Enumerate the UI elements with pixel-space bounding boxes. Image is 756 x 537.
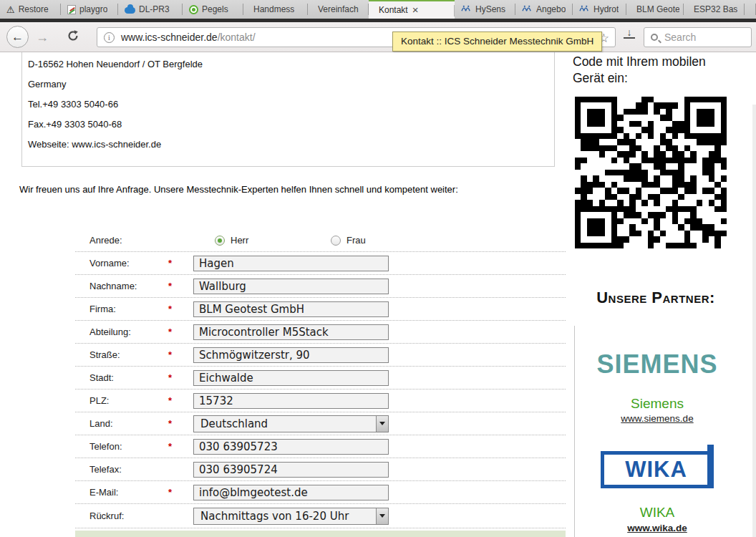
vertical-scrollbar[interactable] <box>752 105 756 537</box>
contact-address: D-16562 Hohen Neuendorf / OT Bergfelde <box>28 54 554 74</box>
tab-handmess[interactable]: Handmess <box>243 0 308 19</box>
form-footer-bar <box>75 531 566 537</box>
form-row-telefon: Telefon: * <box>75 435 566 458</box>
field-label: Telefax: <box>75 464 168 475</box>
tab-hydrot[interactable]: Hydrot <box>573 0 626 19</box>
radio-frau-label: Frau <box>346 235 366 246</box>
ics-logo-icon <box>461 3 472 16</box>
email-field[interactable] <box>193 485 389 500</box>
radio-herr-group[interactable]: Herr <box>215 235 248 246</box>
field-label: PLZ: <box>75 395 168 406</box>
field-label: Anrede: <box>75 235 168 246</box>
tab-vereinfach[interactable]: Vereinfach <box>308 0 369 19</box>
forward-arrow-icon: → <box>36 30 49 44</box>
contact-website: Webseite: www.ics-schneider.de <box>28 135 554 155</box>
land-select[interactable]: Deutschland <box>193 415 389 432</box>
form-row-nachname: Nachname: * <box>75 275 566 298</box>
tab-pegels[interactable]: Pegels <box>183 0 243 19</box>
form-row-rueckruf: Rückruf: Nachmittags von 16-20 Uhr <box>75 504 566 528</box>
required-marker: * <box>168 395 193 406</box>
tab-playground[interactable]: playgro <box>61 0 118 19</box>
plz-field[interactable] <box>193 393 389 409</box>
tab-label: Angebo <box>536 4 566 14</box>
sketch-icon <box>67 5 76 14</box>
info-icon[interactable]: i <box>104 32 115 43</box>
ics-logo-icon <box>522 3 533 16</box>
radio-frau[interactable] <box>331 236 341 246</box>
cloud-icon <box>125 7 135 14</box>
partner-box: SIEMENS Siemens www.siemens.de WIKA WIKA… <box>574 326 739 537</box>
tab-kontakt-active[interactable]: Kontakt × <box>369 0 455 19</box>
land-select-value: Deutschland <box>200 417 268 430</box>
rueckruf-select[interactable]: Nachmittags von 16-20 Uhr <box>193 508 389 525</box>
stadt-field[interactable] <box>193 370 389 386</box>
nachname-field[interactable] <box>193 279 389 294</box>
qr-code <box>575 97 727 248</box>
abteilung-field[interactable] <box>193 324 389 340</box>
form-row-abteilung: Abteilung: * <box>75 321 566 344</box>
url-text: www.ics-schneider.de/kontakt/ <box>121 32 256 43</box>
vorname-field[interactable] <box>193 256 389 271</box>
field-label: Abteilung: <box>75 326 168 337</box>
required-marker: * <box>168 258 193 268</box>
wika-url-link[interactable]: www.wika.de <box>575 523 740 533</box>
form-row-land: Land: * Deutschland <box>75 412 566 435</box>
wika-logo[interactable]: WIKA <box>601 451 712 488</box>
form-row-strasse: Straße: * <box>75 344 566 367</box>
contact-country: Germany <box>28 74 554 95</box>
chevron-down-icon[interactable] <box>376 508 388 524</box>
forward-button[interactable]: → <box>36 30 49 45</box>
form-row-telefax: Telefax: <box>75 458 566 481</box>
form-row-stadt: Stadt: * <box>75 367 566 390</box>
tab-label: Kontakt <box>379 5 408 15</box>
siemens-url-link[interactable]: www.siemens.de <box>575 413 740 424</box>
search-box[interactable]: Search <box>644 27 752 47</box>
tab-esp32[interactable]: ESP32 Bas <box>684 0 745 19</box>
tab-blm-geotest[interactable]: BLM Geote <box>626 0 684 19</box>
tab-angebo[interactable]: Angebo <box>515 0 573 19</box>
form-row-vorname: Vorname: * <box>75 252 566 275</box>
contact-form: Anrede: Herr Frau Vorname: * Nachname: <box>75 229 566 537</box>
tab-close-icon[interactable]: × <box>412 5 419 15</box>
tab-partial[interactable] <box>745 0 756 19</box>
required-marker: * <box>168 281 193 291</box>
siemens-logo[interactable]: SIEMENS <box>575 349 740 379</box>
tab-tooltip: Kontakt :: ICS Schneider Messtechnik Gmb… <box>392 32 602 52</box>
tab-label: playgro <box>79 4 107 14</box>
radio-herr[interactable] <box>215 236 225 246</box>
tab-restore[interactable]: ⚠ Restore <box>0 0 61 19</box>
required-marker: * <box>168 326 193 337</box>
rueckruf-select-value: Nachmittags von 16-20 Uhr <box>200 510 349 523</box>
wika-link[interactable]: WIKA <box>575 505 740 521</box>
tab-label: Vereinfach <box>318 4 359 14</box>
contact-fax: Fax.+49 3303 5040-68 <box>28 115 554 135</box>
siemens-link[interactable]: Siemens <box>575 396 740 412</box>
tab-hysens[interactable]: HySens <box>455 0 515 19</box>
download-arrow-icon: ↓ <box>624 28 635 37</box>
tab-label: BLM Geote <box>636 4 679 14</box>
telefax-field[interactable] <box>193 462 389 478</box>
chevron-down-icon[interactable] <box>376 416 388 432</box>
firma-field[interactable] <box>193 301 389 317</box>
field-label: Firma: <box>75 304 168 314</box>
reload-button[interactable] <box>66 29 80 46</box>
tab-label: Handmess <box>253 4 294 14</box>
field-label: Vorname: <box>75 258 168 268</box>
field-label: Rückruf: <box>75 511 168 521</box>
required-marker: * <box>168 487 193 498</box>
required-marker: * <box>168 304 193 314</box>
downloads-button[interactable]: ↓ <box>624 28 635 39</box>
strasse-field[interactable] <box>193 347 389 363</box>
form-row-firma: Firma: * <box>75 298 566 321</box>
pegel-icon <box>189 5 198 14</box>
contact-info-box: D-16562 Hohen Neuendorf / OT Bergfelde G… <box>21 52 555 167</box>
field-label: Land: <box>75 418 168 429</box>
url-host: www.ics-schneider.de <box>121 32 218 43</box>
telefon-field[interactable] <box>193 439 389 455</box>
tab-dl-pr3[interactable]: DL-PR3 <box>118 0 183 19</box>
required-marker: * <box>168 349 193 360</box>
radio-frau-group[interactable]: Frau <box>331 235 366 246</box>
required-marker: * <box>168 418 193 429</box>
back-button[interactable]: ← <box>6 26 29 48</box>
field-label: Straße: <box>75 349 168 360</box>
